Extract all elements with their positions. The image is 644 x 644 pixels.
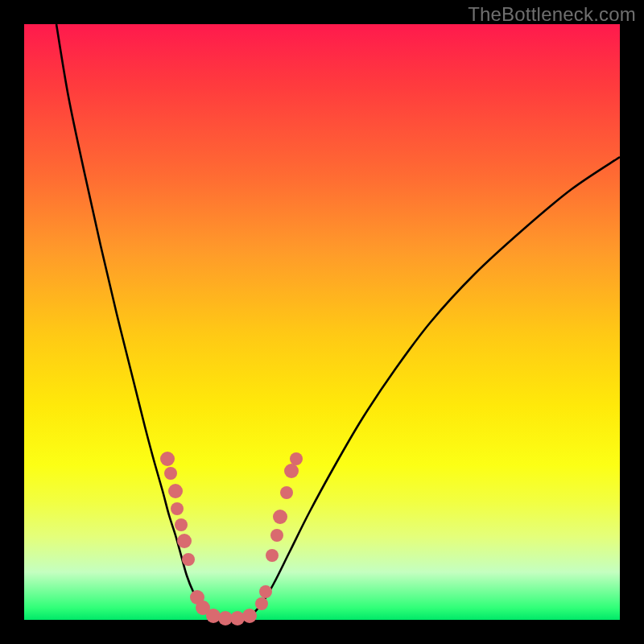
data-marker [270, 529, 283, 542]
data-marker [290, 452, 303, 465]
data-marker [160, 452, 175, 466]
data-marker [177, 534, 192, 548]
data-marker [206, 609, 221, 623]
chart-frame: TheBottleneck.com [0, 0, 644, 644]
data-marker [230, 611, 245, 625]
curve-group [56, 24, 620, 619]
data-marker [273, 510, 287, 524]
data-marker [175, 518, 188, 531]
curve-left [56, 24, 213, 617]
data-marker [259, 585, 272, 598]
marker-group [160, 452, 303, 625]
data-marker [182, 553, 195, 566]
data-marker [284, 464, 299, 478]
data-marker [168, 484, 183, 498]
data-marker [255, 597, 268, 610]
data-marker [164, 467, 177, 480]
data-marker [280, 486, 293, 499]
plot-area [24, 24, 620, 620]
data-marker [171, 502, 184, 515]
data-marker [242, 609, 257, 623]
watermark-text: TheBottleneck.com [468, 3, 636, 26]
data-marker [266, 549, 279, 562]
curve-right [250, 157, 620, 617]
chart-svg [24, 24, 620, 620]
